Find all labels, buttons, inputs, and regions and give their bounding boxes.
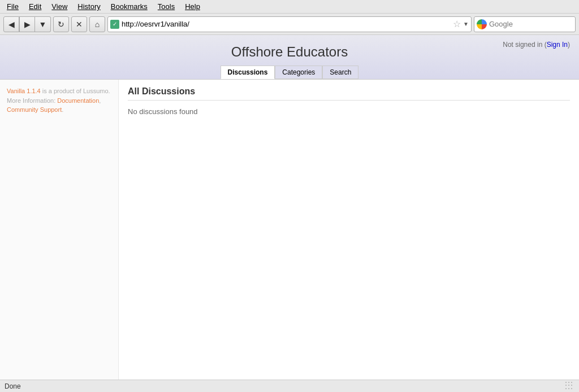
url-dropdown-icon[interactable]: ▼ bbox=[463, 21, 469, 27]
sidebar-end-text: . bbox=[62, 106, 63, 113]
tab-search[interactable]: Search bbox=[322, 66, 358, 79]
content-area: All Discussions No discussions found bbox=[119, 80, 579, 385]
nav-dropdown-button[interactable]: ▼ bbox=[35, 16, 51, 32]
resize-handle[interactable] bbox=[565, 382, 574, 386]
vanilla-version-link[interactable]: Vanilla 1.1.4 bbox=[7, 88, 41, 94]
nav-buttons: ◀ ▶ ▼ bbox=[3, 16, 51, 32]
status-text: Done bbox=[5, 382, 21, 386]
toolbar: ◀ ▶ ▼ ↻ ✕ ⌂ ✓ ☆ ▼ 🔍 bbox=[0, 14, 579, 35]
auth-status: Not signed in (Sign In) bbox=[503, 41, 570, 49]
bookmark-star-icon[interactable]: ☆ bbox=[453, 19, 461, 29]
sign-in-link[interactable]: Sign In bbox=[547, 41, 568, 49]
menu-help[interactable]: Help bbox=[180, 1, 205, 12]
stop-button[interactable]: ✕ bbox=[71, 16, 87, 32]
browser-content: Offshore Educators Not signed in (Sign I… bbox=[0, 35, 579, 385]
dropdown-icon: ▼ bbox=[39, 20, 47, 29]
menu-tools[interactable]: Tools bbox=[153, 1, 179, 12]
home-button[interactable]: ⌂ bbox=[89, 16, 105, 32]
search-input[interactable] bbox=[489, 20, 579, 28]
documentation-link[interactable]: Documentation bbox=[57, 97, 99, 104]
tab-categories[interactable]: Categories bbox=[275, 66, 322, 79]
community-support-link[interactable]: Community Support bbox=[7, 106, 62, 113]
statusbar-right bbox=[565, 382, 574, 386]
not-signed-in-text: Not signed in ( bbox=[503, 41, 546, 49]
stop-icon: ✕ bbox=[76, 20, 83, 29]
section-title: All Discussions bbox=[128, 86, 570, 101]
sign-in-suffix: ) bbox=[568, 41, 570, 49]
page-title: Offshore Educators bbox=[0, 44, 579, 60]
search-bar: 🔍 bbox=[474, 16, 576, 32]
menu-bookmarks[interactable]: Bookmarks bbox=[106, 1, 152, 12]
main-layout: Vanilla 1.1.4 is a product of Lussumo. M… bbox=[0, 80, 579, 385]
reload-icon: ↻ bbox=[58, 20, 64, 29]
sidebar-separator: , bbox=[99, 97, 101, 104]
menu-edit[interactable]: Edit bbox=[24, 1, 46, 12]
forward-icon: ▶ bbox=[24, 20, 31, 29]
menu-history[interactable]: History bbox=[73, 1, 105, 12]
menu-view[interactable]: View bbox=[47, 1, 72, 12]
google-icon bbox=[477, 19, 487, 29]
nav-tabs: Discussions Categories Search bbox=[0, 66, 579, 79]
sidebar: Vanilla 1.1.4 is a product of Lussumo. M… bbox=[0, 80, 119, 385]
home-icon: ⌂ bbox=[95, 20, 100, 29]
no-discussions-message: No discussions found bbox=[128, 105, 570, 118]
tab-discussions[interactable]: Discussions bbox=[221, 66, 275, 79]
back-icon: ◀ bbox=[8, 20, 15, 29]
url-input[interactable] bbox=[122, 20, 451, 28]
sidebar-text: Vanilla 1.1.4 is a product of Lussumo. M… bbox=[7, 86, 111, 115]
url-security-icon: ✓ bbox=[110, 20, 119, 29]
reload-button[interactable]: ↻ bbox=[53, 16, 69, 32]
forward-button[interactable]: ▶ bbox=[19, 16, 35, 32]
menubar: File Edit View History Bookmarks Tools H… bbox=[0, 0, 579, 14]
back-button[interactable]: ◀ bbox=[3, 16, 19, 32]
statusbar: Done bbox=[0, 380, 579, 385]
page-header: Offshore Educators Not signed in (Sign I… bbox=[0, 35, 579, 80]
url-bar: ✓ ☆ ▼ bbox=[107, 16, 472, 32]
menu-file[interactable]: File bbox=[2, 1, 23, 12]
